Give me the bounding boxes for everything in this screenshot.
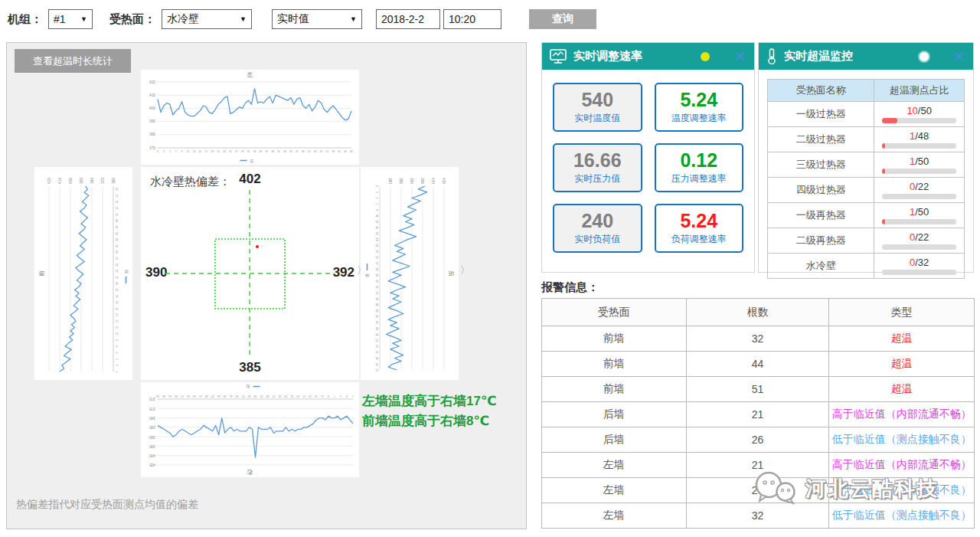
adjust-rate-title: 实时调整速率 xyxy=(573,49,694,64)
alarm-count: 51 xyxy=(686,377,829,402)
overtemp-ratio: 0/22 xyxy=(882,231,956,243)
svg-text:13: 13 xyxy=(193,150,196,153)
svg-text:49: 49 xyxy=(116,219,119,222)
rate-label: 实时温度值 xyxy=(574,112,620,125)
chart-right-wall: 3703753803853903954004051357911131517192… xyxy=(141,382,359,477)
svg-text:39: 39 xyxy=(375,297,378,300)
svg-text:17: 17 xyxy=(204,150,207,153)
svg-text:43: 43 xyxy=(283,150,286,153)
unit-select[interactable]: #1 ▼ xyxy=(48,9,93,29)
overtemp-ratio: 0/22 xyxy=(882,181,956,192)
svg-text:7: 7 xyxy=(375,203,378,205)
svg-text:27: 27 xyxy=(116,288,119,291)
svg-text:37: 37 xyxy=(375,292,378,295)
alarm-info-title: 报警信息： xyxy=(541,280,599,295)
surface-name: 水冷壁 xyxy=(768,254,874,279)
svg-text:65: 65 xyxy=(350,150,353,153)
deviation-cross-graphic xyxy=(141,167,359,380)
svg-text:25: 25 xyxy=(116,295,119,298)
svg-text:21: 21 xyxy=(375,244,378,247)
mode-select[interactable]: 实时值 ▼ xyxy=(272,9,362,29)
surface-select[interactable]: 水冷壁 ▼ xyxy=(162,9,252,29)
svg-text:23: 23 xyxy=(116,301,119,304)
svg-text:53: 53 xyxy=(116,207,119,210)
alarm-row: 左墙 26 低于临近值（测点接触不良） xyxy=(542,478,975,503)
alarm-type: 低于临近值（测点接触不良） xyxy=(829,503,975,529)
svg-text:7: 7 xyxy=(116,352,119,353)
svg-text:360: 360 xyxy=(112,178,116,184)
svg-text:380: 380 xyxy=(388,178,392,184)
rate-value: 5.24 xyxy=(680,90,717,110)
svg-text:21: 21 xyxy=(290,395,293,398)
chevron-down-icon: ▼ xyxy=(350,15,357,23)
svg-text:21: 21 xyxy=(116,307,119,310)
status-dot-white xyxy=(920,52,929,61)
svg-text:11: 11 xyxy=(187,150,190,153)
svg-text:13: 13 xyxy=(375,221,378,224)
svg-text:55: 55 xyxy=(320,150,323,153)
svg-text:35: 35 xyxy=(116,264,119,267)
svg-text:9: 9 xyxy=(328,395,329,398)
svg-text:15: 15 xyxy=(375,226,378,229)
rate-label: 负荷调整速率 xyxy=(671,233,727,246)
svg-text:63: 63 xyxy=(162,395,165,398)
svg-text:51: 51 xyxy=(375,333,378,336)
svg-text:380: 380 xyxy=(149,133,155,136)
overtemp-ratio: 10/50 xyxy=(882,105,956,116)
overtemp-progress-bar xyxy=(882,169,956,174)
rate-box-2: 16.66 实时压力值 xyxy=(553,143,642,192)
svg-text:380: 380 xyxy=(90,178,94,184)
deviation-point xyxy=(256,245,259,248)
svg-text:19: 19 xyxy=(211,150,214,153)
svg-text:27: 27 xyxy=(235,150,238,153)
svg-text:17: 17 xyxy=(302,395,305,398)
overtemp-table: 受热面名称 超温测点占比一级过热器 10/50 二级过热器 1/48 三级过热器… xyxy=(767,79,965,279)
overtemp-header-row: 受热面名称 超温测点占比 xyxy=(768,80,965,102)
surface-name: 四级过热器 xyxy=(768,178,874,203)
query-button[interactable]: 查询 xyxy=(529,9,596,29)
svg-text:59: 59 xyxy=(332,150,335,153)
svg-text:21: 21 xyxy=(217,150,220,153)
svg-text:15: 15 xyxy=(116,326,119,329)
alarm-count: 32 xyxy=(686,503,829,529)
time-input[interactable] xyxy=(443,9,501,29)
right-wall-line-chart: 3703753803853903954004051357911131517192… xyxy=(141,382,359,477)
chart-left-wall: 3703803904004104201357911131517192123252… xyxy=(141,70,359,165)
close-icon[interactable]: ✕ xyxy=(952,49,965,64)
svg-text:41: 41 xyxy=(230,395,233,398)
adjust-rate-panel: 实时调整速率 ✕ 540 实时温度值5.24 温度调整速率16.66 实时压力值… xyxy=(541,42,755,273)
svg-text:9: 9 xyxy=(375,209,378,211)
close-icon[interactable]: ✕ xyxy=(733,49,746,64)
deviation-footnote: 热偏差指代对应受热面测点均值的偏差 xyxy=(16,498,198,512)
svg-text:7: 7 xyxy=(175,150,177,153)
alarm-count: 26 xyxy=(686,427,829,453)
alarm-header-row: 受热面 根数 类型 xyxy=(542,299,975,326)
chevron-down-icon: ▼ xyxy=(80,15,87,23)
alarm-row: 左墙 21 高于临近值（内部流通不畅） xyxy=(542,453,975,478)
overtemp-progress-bar xyxy=(882,143,956,149)
svg-text:29: 29 xyxy=(266,395,269,398)
svg-text:5: 5 xyxy=(375,198,378,199)
svg-text:49: 49 xyxy=(302,150,305,153)
svg-text:前: 前 xyxy=(38,270,45,277)
top-toolbar: 机组： #1 ▼ 受热面： 水冷壁 ▼ 实时值 ▼ 查询 xyxy=(8,8,596,31)
annotation-line-2: 前墙温度高于右墙8℃ xyxy=(362,411,497,431)
date-input[interactable] xyxy=(376,9,440,29)
svg-text:19: 19 xyxy=(375,238,378,241)
svg-text:19: 19 xyxy=(296,395,299,398)
overtemp-duration-stats-button[interactable]: 查看超温时长统计 xyxy=(15,49,131,73)
chevron-right-icon[interactable]: 〉 xyxy=(460,264,470,277)
chevron-right-icon[interactable]: 〉 xyxy=(357,264,367,277)
svg-text:39: 39 xyxy=(271,150,274,153)
svg-text:43: 43 xyxy=(375,309,378,313)
svg-text:59: 59 xyxy=(375,357,378,360)
svg-text:45: 45 xyxy=(289,150,292,153)
svg-text:55: 55 xyxy=(375,345,378,348)
alarm-row: 后墙 21 高于临近值（内部流通不畅） xyxy=(542,402,975,427)
svg-text:35: 35 xyxy=(375,286,378,289)
svg-text:61: 61 xyxy=(338,150,341,153)
surface-label: 受热面： xyxy=(109,12,155,27)
deviation-diagram: 水冷壁热偏差： 402 390 392 385 xyxy=(141,167,359,380)
svg-text:57: 57 xyxy=(116,194,119,197)
alarm-type: 超温 xyxy=(829,326,975,352)
